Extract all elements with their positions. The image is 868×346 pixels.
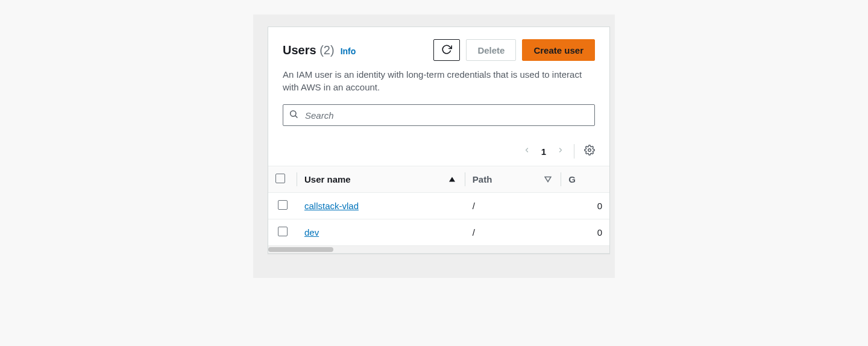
scrollbar-thumb[interactable] (268, 247, 333, 252)
path-cell: / (465, 193, 561, 219)
svg-line-1 (295, 116, 297, 118)
title-block: Users (2) Info (283, 43, 356, 57)
pager-divider (574, 144, 574, 159)
delete-button[interactable]: Delete (466, 39, 516, 61)
extra-header-label: G (568, 174, 576, 184)
title-text: Users (283, 43, 316, 57)
section-description: An IAM user is an identity with long-ter… (283, 68, 595, 93)
username-header[interactable]: User name (297, 166, 465, 193)
header-area: Users (2) Info Delete Create user An IAM… (268, 27, 609, 136)
table-row: callstack-vlad / 0 (268, 193, 609, 219)
search-container (283, 104, 595, 126)
table-header-row: User name Path G (268, 166, 609, 193)
sort-none-icon (544, 174, 552, 184)
path-header-label: Path (473, 174, 492, 184)
pager: 1 (523, 145, 564, 157)
svg-marker-4 (545, 177, 551, 181)
select-all-checkbox[interactable] (275, 174, 285, 183)
info-link[interactable]: Info (341, 46, 356, 56)
refresh-icon (441, 44, 452, 57)
pagination-row: 1 (268, 136, 609, 166)
svg-marker-3 (449, 177, 455, 181)
path-header[interactable]: Path (465, 166, 561, 193)
horizontal-scrollbar[interactable] (268, 246, 609, 253)
sort-asc-icon (448, 174, 456, 184)
svg-point-2 (588, 149, 591, 152)
select-all-header (268, 166, 297, 193)
settings-button[interactable] (584, 145, 595, 158)
user-link[interactable]: callstack-vlad (304, 201, 359, 211)
create-user-button[interactable]: Create user (522, 39, 595, 61)
extra-cell: 0 (561, 193, 609, 219)
users-table: User name Path G (268, 166, 609, 246)
user-link[interactable]: dev (304, 227, 319, 237)
user-count: (2) (319, 43, 334, 57)
username-header-label: User name (304, 174, 351, 184)
users-panel: Users (2) Info Delete Create user An IAM… (268, 27, 610, 254)
row-checkbox[interactable] (278, 200, 288, 210)
path-cell: / (465, 219, 561, 246)
extra-cell: 0 (561, 219, 609, 246)
prev-page-button[interactable] (523, 145, 530, 157)
page-number: 1 (541, 146, 546, 157)
table-row: dev / 0 (268, 219, 609, 246)
panel-background: Users (2) Info Delete Create user An IAM… (253, 14, 615, 278)
next-page-button[interactable] (557, 145, 564, 157)
search-input[interactable] (283, 104, 595, 126)
page-title: Users (2) (283, 43, 335, 57)
extra-header[interactable]: G (561, 166, 609, 193)
action-buttons: Delete Create user (433, 39, 595, 61)
row-checkbox[interactable] (278, 227, 288, 236)
gear-icon (584, 147, 595, 157)
header-row: Users (2) Info Delete Create user (283, 39, 595, 61)
refresh-button[interactable] (433, 39, 460, 61)
search-icon (289, 109, 298, 121)
